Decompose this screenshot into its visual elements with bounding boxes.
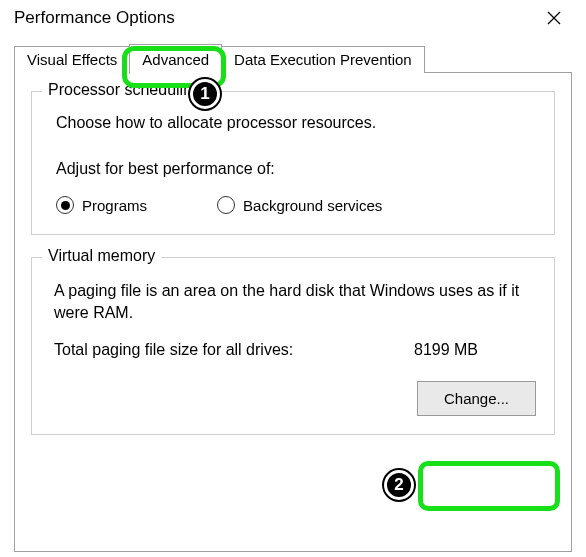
vm-total-label: Total paging file size for all drives: [54, 341, 414, 359]
tab-panel-advanced: Processor scheduling Choose how to alloc… [14, 72, 572, 552]
annotation-step-1: 1 [190, 79, 220, 109]
group-processor-scheduling: Processor scheduling Choose how to alloc… [31, 91, 555, 235]
radio-icon [217, 196, 235, 214]
vm-total-value: 8199 MB [414, 341, 478, 359]
radio-background-label: Background services [243, 197, 382, 214]
radio-programs[interactable]: Programs [56, 196, 147, 214]
radio-icon [56, 196, 74, 214]
processor-desc: Choose how to allocate processor resourc… [56, 114, 536, 132]
close-icon [547, 11, 561, 25]
tab-strip: Visual Effects Advanced Data Execution P… [14, 44, 572, 73]
annotation-step-2: 2 [384, 470, 414, 500]
group-virtual-memory: Virtual memory A paging file is an area … [31, 257, 555, 435]
radio-background-services[interactable]: Background services [217, 196, 382, 214]
tab-dep[interactable]: Data Execution Prevention [221, 46, 425, 73]
tab-advanced[interactable]: Advanced [129, 44, 222, 74]
group-title-virtual-memory: Virtual memory [42, 247, 161, 265]
virtual-memory-desc: A paging file is an area on the hard dis… [54, 280, 536, 325]
window-title: Performance Options [14, 8, 175, 28]
group-title-processor: Processor scheduling [42, 81, 207, 99]
radio-programs-label: Programs [82, 197, 147, 214]
processor-adjust-label: Adjust for best performance of: [56, 160, 536, 178]
close-button[interactable] [534, 2, 574, 34]
change-button[interactable]: Change... [417, 381, 536, 416]
tab-visual-effects[interactable]: Visual Effects [14, 46, 130, 73]
